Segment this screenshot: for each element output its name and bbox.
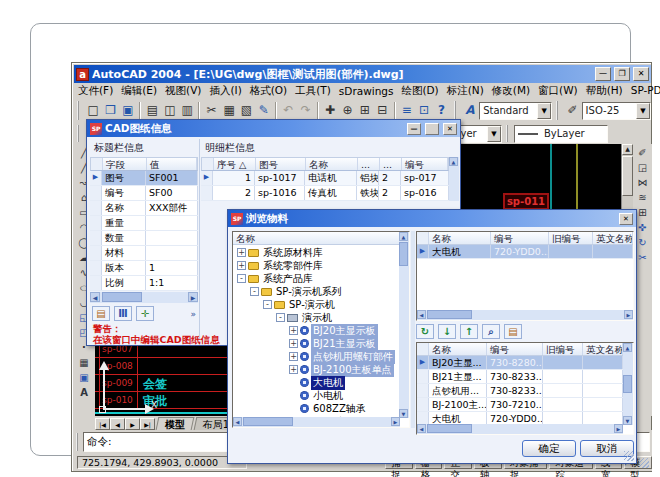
scroll-up-icon[interactable]: ▲ [623, 343, 632, 352]
tab-model[interactable]: 模型 [156, 417, 195, 430]
tree-item-parts-lib[interactable]: + 系统零部件库 [233, 259, 409, 272]
tree-item-bj2100-mainboard[interactable]: + BJ-2100主板单点 [233, 363, 409, 376]
overflow-icon[interactable]: » [190, 309, 196, 319]
chevron-down-icon[interactable]: ▼ [487, 126, 501, 142]
table-row[interactable]: 比例 1:1 [90, 276, 198, 291]
move-down-icon[interactable]: ↓ [438, 324, 456, 339]
ok-button[interactable]: 确定 [522, 440, 576, 457]
dim-style-combo[interactable]: ISO-25 ▼ [582, 102, 651, 120]
hatch-icon[interactable]: ▦ [76, 356, 93, 371]
cad-info-titlebar[interactable]: SP CAD图纸信息 — ✕ [87, 120, 460, 137]
browse-materials-titlebar[interactable]: SP 浏览物料 ✕ [228, 210, 636, 227]
title-bar[interactable]: a AutoCAD 2004 - [E:\UG\dwg\图框\测试用图(部件).… [74, 65, 651, 83]
scroll-up-icon[interactable]: ▲ [399, 232, 408, 241]
offset-icon[interactable]: ≋ [634, 191, 651, 206]
save-icon[interactable]: ▣ [120, 102, 136, 120]
tree-vertical-scrollbar[interactable]: ▲ ▼ [399, 232, 409, 418]
tree-item-product-lib[interactable]: - 系统产品库 [233, 272, 409, 285]
search-icon[interactable]: ⌕ [482, 324, 500, 339]
undo-icon[interactable]: ↶ [280, 102, 296, 120]
minimize-button[interactable]: — [595, 67, 611, 81]
field-value[interactable]: 1:1 [146, 276, 198, 290]
table-row[interactable]: 点钞机用... 730-8233... [417, 384, 623, 398]
scroll-up-icon[interactable]: ▲ [449, 157, 458, 166]
copy-icon[interactable]: ▦ [221, 102, 237, 120]
scroll-right-icon[interactable]: ▶ [391, 417, 400, 426]
properties-icon[interactable]: ≡ [399, 102, 415, 120]
vertical-scrollbar[interactable]: ▲ [449, 157, 459, 201]
zoom-realtime-icon[interactable]: ⊕ [339, 102, 355, 120]
first-tab-icon[interactable]: |◀ [95, 418, 110, 430]
scrollbar-thumb[interactable] [623, 375, 632, 393]
redo-icon[interactable]: ↷ [297, 102, 313, 120]
detail-icon[interactable]: ▤ [504, 324, 522, 339]
match-properties-icon[interactable]: ✎ [256, 102, 272, 120]
horizontal-scrollbar[interactable]: ◀ ▶ [90, 292, 198, 303]
menu-edrawings[interactable]: sDrawings [335, 84, 398, 98]
table-row[interactable]: ▶ 1 sp-1017 电话机 铝块 2 sp-017 [201, 171, 449, 186]
close-icon[interactable]: ✕ [619, 213, 633, 225]
expand-icon[interactable]: + [289, 339, 298, 348]
table-row[interactable]: BJ-2100主... 730-7210... [417, 398, 623, 412]
next-tab-icon[interactable]: ▶ [125, 418, 140, 430]
table-row[interactable]: 编号 SF00 [90, 186, 198, 201]
column-header[interactable]: 英文名称 [583, 343, 623, 355]
plot-preview-icon[interactable]: ◫ [162, 102, 178, 120]
vertical-scrollbar[interactable]: ▲ ▼ [623, 343, 633, 425]
column-header[interactable]: 名称 [306, 158, 358, 170]
plot-icon[interactable]: ▤ [144, 102, 160, 120]
open-icon[interactable]: ❒ [102, 102, 118, 120]
restore-button[interactable]: ❐ [614, 67, 630, 81]
text-style-icon[interactable]: A [462, 102, 478, 120]
move-up-icon[interactable]: ↑ [460, 324, 478, 339]
resize-grip[interactable] [624, 451, 634, 461]
tree-item-small-motor[interactable]: 小电机 [233, 389, 409, 402]
menu-view[interactable]: 视图(V) [161, 83, 205, 99]
menu-tools[interactable]: 工具(T) [291, 83, 335, 99]
table-row[interactable]: 材料 [90, 246, 198, 261]
tree-column-header[interactable]: 名称 [233, 232, 409, 244]
menu-insert[interactable]: 插入(I) [205, 83, 245, 99]
column-header[interactable]: 旧编号 [549, 232, 593, 244]
dim-style-icon[interactable]: ✐ [564, 102, 580, 120]
table-row[interactable]: BJ21主显... 730-8233... [417, 370, 623, 384]
expand-icon[interactable]: + [237, 261, 246, 270]
region-icon[interactable]: ▣ [76, 371, 93, 386]
last-tab-icon[interactable]: ▶| [140, 418, 155, 430]
table-row[interactable]: 重量 [90, 216, 198, 231]
field-value[interactable]: XXX部件 [146, 201, 198, 215]
new-icon[interactable]: □ [85, 102, 101, 120]
expand-icon[interactable]: + [289, 326, 298, 335]
column-header[interactable]: ... [380, 158, 402, 170]
toolbar-grip[interactable] [77, 125, 81, 142]
column-header[interactable]: 旧编号 [543, 343, 583, 355]
tree-item-bj21-board[interactable]: + BJ21主显示板 [233, 337, 409, 350]
expand-icon[interactable]: - [250, 287, 259, 296]
field-value[interactable]: SF00 [146, 186, 198, 200]
scrollbar-thumb[interactable] [102, 292, 142, 302]
toolbar-grip[interactable] [506, 125, 510, 142]
paste-icon[interactable]: ▧ [238, 102, 254, 120]
tree-item-bj20-board[interactable]: + BJ20主显示板 [233, 324, 409, 337]
scrollbar-thumb[interactable] [243, 417, 293, 426]
scroll-right-icon[interactable]: ▶ [624, 310, 633, 319]
table-row[interactable]: ▶ BJ20主显... 730-8280... [417, 356, 623, 370]
scroll-up-icon[interactable]: ▲ [622, 144, 633, 155]
scroll-down-icon[interactable]: ▼ [399, 409, 408, 418]
scroll-left-icon[interactable]: ◀ [233, 417, 242, 426]
column-header[interactable]: 序号 △ [214, 158, 256, 170]
refresh-icon[interactable]: ↻ [416, 324, 434, 339]
tree-item-sp-demo-series[interactable]: - SP-演示机系列 [233, 285, 409, 298]
designcenter-icon[interactable]: ⊡ [416, 102, 432, 120]
menu-modify[interactable]: 修改(M) [488, 83, 534, 99]
column-header[interactable]: 名称 [429, 232, 491, 244]
toolbar-grip[interactable] [454, 101, 458, 119]
dialog-splitter[interactable] [411, 231, 415, 428]
multiline-text-icon[interactable]: A [76, 386, 93, 401]
table-row[interactable]: 数量 [90, 231, 198, 246]
field-value[interactable]: 1 [146, 261, 198, 275]
table-row[interactable]: ▶ 大电机 720-YDD0... [417, 245, 633, 259]
scrollbar-thumb[interactable] [399, 242, 408, 266]
menu-file[interactable]: 文件(F) [74, 83, 117, 99]
menu-draw[interactable]: 绘图(D) [397, 83, 442, 99]
